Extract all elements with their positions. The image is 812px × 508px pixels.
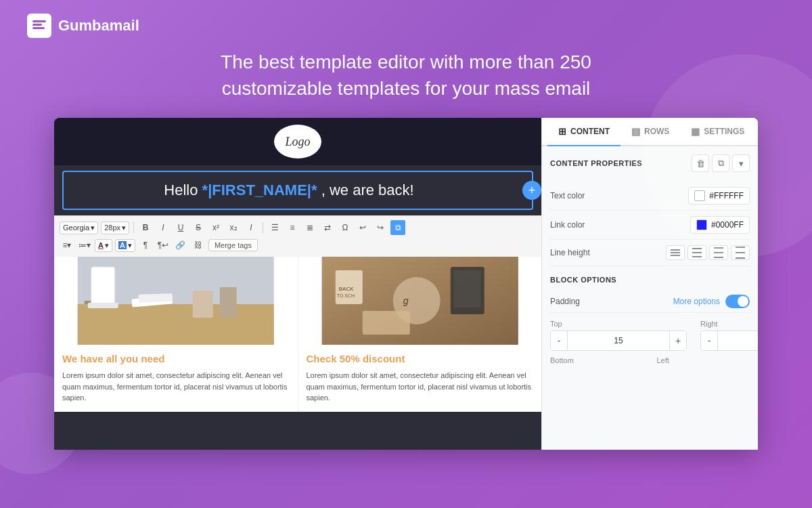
rows-tab-icon: ▤ (631, 126, 640, 137)
svg-rect-11 (220, 287, 237, 318)
subscript-button[interactable]: x₂ (226, 220, 241, 235)
svg-text:g: g (403, 295, 408, 306)
align-left-button[interactable]: ☰ (267, 220, 282, 235)
superscript-button[interactable]: x² (208, 220, 223, 235)
svg-rect-2 (32, 27, 45, 29)
editor-header: Logo (54, 118, 541, 165)
special-chars-button[interactable]: Ω (338, 220, 353, 235)
email-two-col: We have all you need Lorem ipsum dolor s… (54, 257, 541, 412)
link-button[interactable]: 🔗 (173, 238, 188, 253)
svg-text:BACK: BACK (338, 286, 353, 292)
bottom-left-group: Bottom Left (550, 356, 750, 367)
top-padding-field: Top - + (550, 320, 687, 351)
bg-color-picker[interactable]: A ▾ (115, 239, 135, 252)
toolbar-row1: Georgia ▾ 28px ▾ B I U S x² x₂ I ☰ ≡ ≣ (60, 219, 536, 236)
left-label: Left (657, 356, 750, 364)
right-label: Right (700, 320, 758, 328)
merge-tags-button[interactable]: Merge tags (208, 239, 258, 251)
col2-text: Check 50% discount Lorem ipsum dolor sit… (298, 345, 542, 412)
col1-heading: We have all you need (62, 353, 290, 364)
content-tab-icon: ⊞ (558, 126, 566, 137)
toolbar-separator (133, 222, 134, 233)
top-right-group: Top - + Right - (550, 320, 750, 351)
tab-content[interactable]: ⊞ CONTENT (547, 118, 621, 146)
email-col-2: BACK TO SCH g Check 50% discount Lorem i… (298, 257, 542, 412)
padding-label: Padding (550, 297, 580, 306)
line-height-label: Line height (550, 248, 590, 257)
email-col-1: We have all you need Lorem ipsum dolor s… (54, 257, 298, 412)
justify-button[interactable]: ⇄ (320, 220, 335, 235)
padding-row: Padding More options (550, 291, 750, 313)
text-toolbar: Georgia ▾ 28px ▾ B I U S x² x₂ I ☰ ≡ ≣ (54, 215, 541, 257)
indent-button[interactable]: ¶ (138, 238, 153, 253)
svg-rect-6 (91, 267, 115, 304)
strikethrough-button[interactable]: S (191, 220, 206, 235)
col2-image: BACK TO SCH g (298, 257, 542, 345)
right-number-input: - + (700, 331, 758, 351)
left-padding-field: Left (657, 356, 750, 367)
right-minus-button[interactable]: - (701, 331, 717, 350)
svg-rect-21 (362, 311, 409, 335)
italic-button[interactable]: I (156, 220, 171, 235)
italic2-button[interactable]: I (244, 220, 258, 235)
padding-toggle[interactable] (725, 295, 750, 308)
bottom-label: Bottom (550, 356, 644, 364)
copy-button[interactable]: ⧉ (390, 220, 405, 235)
svg-text:TO SCH: TO SCH (336, 293, 354, 298)
top-minus-button[interactable]: - (551, 331, 567, 350)
top-label: Top (550, 320, 687, 328)
svg-rect-9 (139, 294, 173, 303)
ordered-list-button[interactable]: ≡▾ (60, 238, 74, 253)
col2-heading: Check 50% discount (307, 353, 534, 364)
more-options-text: More options (673, 297, 720, 306)
font-size-select[interactable]: 28px ▾ (101, 221, 129, 234)
merge-field: *|FIRST_NAME|* (202, 182, 317, 198)
unlink-button[interactable]: ⛓ (191, 238, 206, 253)
font-family-select[interactable]: Georgia ▾ (60, 221, 98, 234)
right-value-input[interactable] (717, 331, 758, 350)
undo-button[interactable]: ↩ (355, 220, 370, 235)
content-properties-title: CONTENT PROPERTIES (550, 159, 642, 167)
top-number-input: - + (550, 331, 687, 351)
redo-button[interactable]: ↪ (373, 220, 388, 235)
block-options-title: BLOCK OPTIONS (550, 276, 750, 284)
logo-icon (27, 14, 51, 38)
email-text-content: Hello *|FIRST_NAME|* , we are back! (64, 172, 532, 209)
underline-button[interactable]: U (173, 220, 188, 235)
outdent-button[interactable]: ¶↩ (156, 238, 171, 253)
link-color-label: Link color (550, 220, 585, 230)
logo-text: Gumbamail (58, 17, 139, 35)
svg-rect-20 (453, 270, 480, 308)
unordered-list-button[interactable]: ≔▾ (77, 238, 92, 253)
padding-controls: More options (673, 295, 750, 308)
toggle-knob (738, 296, 748, 307)
logo-area: Gumbamail (27, 14, 139, 38)
col1-body: Lorem ipsum dolor sit amet, consectetur … (62, 370, 290, 404)
text-color-picker[interactable]: A ▾ (95, 239, 112, 252)
col1-image (54, 257, 298, 345)
toolbar-row2: ≡▾ ≔▾ A ▾ A ▾ ¶ ¶↩ 🔗 ⛓ Merge tags (60, 236, 536, 254)
svg-rect-10 (193, 291, 213, 318)
add-block-button[interactable]: + (522, 181, 541, 200)
text-edit-area[interactable]: Hello *|FIRST_NAME|* , we are back! + (62, 171, 533, 210)
svg-rect-4 (78, 304, 274, 345)
padding-inputs: Top - + Right - (550, 313, 750, 379)
bottom-padding-field: Bottom (550, 356, 644, 367)
col1-text: We have all you need Lorem ipsum dolor s… (54, 345, 298, 412)
col2-body: Lorem ipsum dolor sit amet, consectetur … (307, 370, 534, 404)
bold-button[interactable]: B (138, 220, 153, 235)
top-plus-button[interactable]: + (670, 331, 686, 350)
svg-rect-1 (32, 24, 42, 26)
align-center-button[interactable]: ≡ (285, 220, 300, 235)
svg-rect-7 (88, 303, 118, 308)
top-value-input[interactable] (567, 331, 670, 350)
align-right-button[interactable]: ≣ (302, 220, 317, 235)
right-padding-field: Right - + (700, 320, 758, 351)
email-editor: Logo Hello *|FIRST_NAME|* , we are back!… (54, 118, 541, 450)
email-logo: Logo (274, 125, 321, 158)
hero-tagline: The best template editor with more than … (169, 49, 643, 102)
text-color-label: Text color (550, 191, 585, 200)
svg-rect-0 (32, 20, 46, 22)
toolbar-separator2 (263, 222, 263, 233)
